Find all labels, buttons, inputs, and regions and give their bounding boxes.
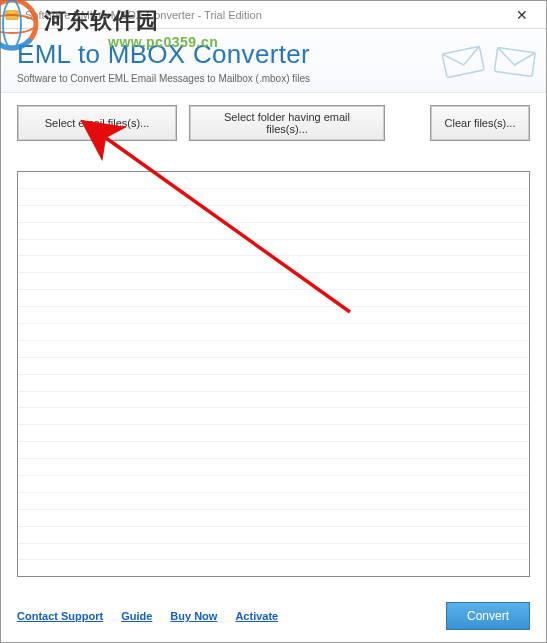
svg-rect-2	[494, 47, 535, 76]
clear-files-button[interactable]: Clear files(s)...	[430, 105, 530, 141]
svg-rect-1	[442, 46, 484, 77]
button-bar: Select email files(s)... Select folder h…	[1, 93, 546, 149]
app-window: SoftSpire EML to MBOX Converter - Trial …	[0, 0, 547, 643]
buy-now-link[interactable]: Buy Now	[170, 610, 217, 622]
titlebar: SoftSpire EML to MBOX Converter - Trial …	[1, 1, 546, 29]
convert-button[interactable]: Convert	[446, 602, 530, 630]
file-list[interactable]	[17, 171, 530, 577]
select-email-files-button[interactable]: Select email files(s)...	[17, 105, 177, 141]
app-icon	[5, 8, 19, 22]
close-button[interactable]: ✕	[504, 4, 540, 26]
guide-link[interactable]: Guide	[121, 610, 152, 622]
footer: Contact Support Guide Buy Now Activate C…	[1, 592, 546, 642]
activate-link[interactable]: Activate	[235, 610, 278, 622]
window-title: SoftSpire EML to MBOX Converter - Trial …	[25, 9, 504, 21]
envelope-art	[438, 41, 540, 81]
svg-rect-0	[6, 10, 18, 19]
contact-support-link[interactable]: Contact Support	[17, 610, 103, 622]
select-folder-button[interactable]: Select folder having email files(s)...	[189, 105, 385, 141]
header: EML to MBOX Converter Software to Conver…	[1, 29, 546, 93]
